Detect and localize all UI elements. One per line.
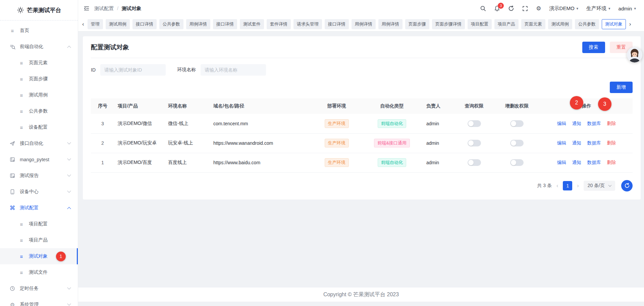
sidebar-item-api-automation[interactable]: 接口自动化	[0, 135, 78, 151]
chevron-down-icon	[67, 141, 71, 144]
tab-item[interactable]: 接口详情	[325, 19, 349, 29]
tab-item[interactable]: 页面步骤	[405, 19, 429, 29]
settings-gear-icon[interactable]: ⚙	[536, 5, 541, 12]
sidebar-item-home[interactable]: ≡ 首页	[0, 23, 78, 39]
delete-link[interactable]: 删除	[607, 160, 616, 165]
sidebar-item-mango-pytest[interactable]: mango_pytest	[0, 151, 78, 168]
add-row: 新增	[91, 77, 633, 98]
sidebar-item-device-center[interactable]: 设备中心	[0, 184, 78, 200]
crud-permission-toggle[interactable]	[510, 159, 524, 166]
delete-link[interactable]: 删除	[607, 140, 616, 145]
query-permission-toggle[interactable]	[468, 140, 481, 146]
automation-type-tag: 前端自动化	[378, 119, 406, 128]
environment-select[interactable]: 生产环境 ▾	[586, 5, 610, 12]
breadcrumb: 测试配置 / 测试对象	[94, 5, 141, 12]
collapse-sidebar-icon[interactable]	[84, 6, 90, 11]
tab-item[interactable]: 页面步骤详情	[432, 19, 465, 29]
page-number-button[interactable]: 1	[563, 181, 572, 190]
sidebar-item-page-elements[interactable]: ≡ 页面元素	[0, 55, 78, 71]
tab-item[interactable]: 项目产品	[494, 19, 519, 29]
tab-item[interactable]: 用例详情	[352, 19, 376, 29]
crud-permission-toggle[interactable]	[510, 120, 524, 127]
test-objects-card: 配置测试对象 搜索 重置 ID 环境名称 新增	[83, 36, 641, 200]
deploy-env-tag: 生产环境	[325, 139, 349, 147]
tabs-scroll-right-icon[interactable]: ›	[629, 21, 632, 28]
prev-page-icon[interactable]: ‹	[556, 183, 559, 189]
query-permission-toggle[interactable]	[468, 159, 481, 166]
tabs-scroll-left-icon[interactable]: ‹	[82, 21, 85, 28]
database-link[interactable]: 数据库	[587, 140, 601, 145]
sidebar-item-page-steps[interactable]: ≡ 页面步骤	[0, 71, 78, 87]
tab-item[interactable]: 套件详情	[267, 19, 291, 29]
sidebar-item-system-admin[interactable]: ⚙ 系统管理	[0, 297, 78, 306]
logo-text: 芒果测试平台	[27, 6, 61, 14]
refresh-icon[interactable]	[508, 5, 514, 11]
sidebar-item-label: 测试对象	[29, 253, 48, 259]
tab-item[interactable]: 测试用例	[106, 19, 130, 29]
cell-index: 1	[91, 153, 114, 172]
search-button[interactable]: 搜索	[582, 42, 605, 53]
tab-item[interactable]: 用例详情	[186, 19, 210, 29]
query-permission-toggle[interactable]	[468, 120, 481, 127]
tab-item[interactable]: 公共参数	[159, 19, 183, 29]
sidebar-item-project-config[interactable]: ≡ 项目配置	[0, 216, 78, 232]
table-row: 1 演示DEMO/百度 百度线上 https://www.baidu.com 生…	[91, 153, 633, 172]
tab-item[interactable]: 测试套件	[240, 19, 264, 29]
avatar[interactable]	[627, 47, 642, 62]
tab-item[interactable]: 项目配置	[468, 19, 492, 29]
tab-item[interactable]: 请求头管理	[293, 19, 322, 29]
database-link[interactable]: 数据库	[587, 160, 601, 165]
user-menu[interactable]: admin ▾	[619, 6, 636, 11]
paper-plane-icon	[9, 141, 15, 146]
notifications-button[interactable]: 3	[494, 5, 500, 11]
notify-link[interactable]: 通知	[572, 121, 581, 126]
sidebar-item-test-config[interactable]: ⌘ 测试配置	[0, 200, 78, 216]
page-size-select[interactable]: 20 条/页	[584, 181, 615, 191]
menu-lines-icon: ≡	[18, 254, 24, 259]
id-filter-input[interactable]	[100, 64, 166, 76]
sidebar-item-test-cases[interactable]: ≡ 测试用例	[0, 87, 78, 103]
notify-link[interactable]: 通知	[572, 140, 581, 145]
deploy-env-tag: 生产环境	[325, 158, 349, 167]
tab-item[interactable]: 公共参数	[575, 19, 599, 29]
command-icon: ⌘	[9, 205, 15, 212]
sidebar-item-test-reports[interactable]: 测试报告	[0, 168, 78, 184]
tab-item[interactable]: 页面元素	[521, 19, 545, 29]
edit-link[interactable]: 编辑	[557, 121, 566, 126]
delete-link[interactable]: 删除	[607, 121, 616, 126]
project-select[interactable]: 演示DEMO ▾	[549, 5, 579, 12]
sidebar-item-common-params[interactable]: ≡ 公共参数	[0, 103, 78, 119]
cell-owner: admin	[423, 153, 455, 172]
sidebar-item-frontend-automation[interactable]: 前端自动化	[0, 39, 78, 55]
pagination-total: 共 3 条	[537, 183, 552, 189]
env-name-filter-input[interactable]	[201, 64, 266, 76]
add-button[interactable]: 新增	[610, 82, 633, 93]
next-page-icon[interactable]: ›	[576, 183, 579, 189]
sidebar-item-device-config[interactable]: ≡ 设备配置	[0, 119, 78, 135]
column-header: 查询权限	[455, 98, 493, 114]
tab-item[interactable]: 接口详情	[132, 19, 157, 29]
copyright-text: Copyright © 芒果测试平台 2023	[323, 291, 399, 298]
sidebar-item-scheduled-tasks[interactable]: 定时任务	[0, 280, 78, 297]
sidebar-item-test-objects[interactable]: ≡ 测试对象 1	[0, 248, 78, 264]
tab-item[interactable]: 接口详情	[213, 19, 237, 29]
breadcrumb-parent[interactable]: 测试配置	[94, 5, 114, 12]
column-header: 环境名称	[165, 98, 210, 114]
database-link[interactable]: 数据库	[587, 121, 601, 126]
app-root: 芒果测试平台 ≡ 首页 前端自动化 ≡ 页面元素	[0, 0, 644, 306]
notify-link[interactable]: 通知	[572, 160, 581, 165]
crud-permission-toggle[interactable]	[510, 140, 524, 146]
tab-item[interactable]: 用例详情	[378, 19, 402, 29]
sidebar-item-project-product[interactable]: ≡ 项目产品	[0, 232, 78, 248]
topbar-actions: 3 ⚙ 演示DEMO ▾ 生产环境	[480, 5, 636, 12]
edit-link[interactable]: 编辑	[557, 140, 566, 145]
tab-item[interactable]: 测试用例	[548, 19, 572, 29]
tab-item-active[interactable]: 测试对象	[602, 19, 626, 29]
refresh-table-button[interactable]	[621, 180, 633, 191]
chevron-down-icon	[67, 157, 71, 161]
tab-item[interactable]: 管理	[88, 19, 103, 29]
edit-link[interactable]: 编辑	[557, 160, 566, 165]
search-icon[interactable]	[480, 5, 486, 11]
fullscreen-icon[interactable]	[522, 6, 528, 11]
sidebar-item-test-files[interactable]: ≡ 测试文件	[0, 264, 78, 280]
